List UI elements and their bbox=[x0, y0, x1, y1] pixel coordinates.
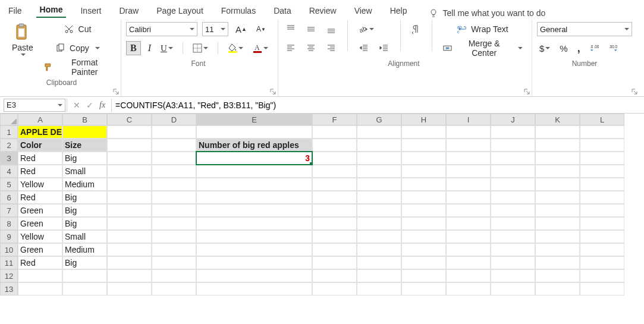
orientation-button[interactable]: ab bbox=[356, 23, 376, 36]
font-color-button[interactable]: A bbox=[250, 42, 271, 55]
row-header-5[interactable]: 5 bbox=[0, 178, 18, 191]
cell-C8[interactable] bbox=[107, 217, 152, 230]
accounting-format-button[interactable]: $ bbox=[537, 42, 552, 55]
select-all-corner[interactable] bbox=[0, 114, 18, 125]
cell-C13[interactable] bbox=[107, 282, 152, 295]
cell-K13[interactable] bbox=[535, 282, 580, 295]
cell-E5[interactable] bbox=[196, 178, 312, 191]
cell-H7[interactable] bbox=[401, 204, 446, 217]
col-header-A[interactable]: A bbox=[18, 114, 62, 125]
cell-B1[interactable] bbox=[62, 125, 107, 139]
cell-B13[interactable] bbox=[62, 282, 107, 295]
row-header-4[interactable]: 4 bbox=[0, 165, 18, 178]
cell-B9[interactable]: Small bbox=[62, 230, 107, 243]
cell-J4[interactable] bbox=[491, 165, 535, 178]
tab-view[interactable]: View bbox=[351, 2, 376, 18]
cell-C12[interactable] bbox=[107, 269, 152, 282]
cell-J1[interactable] bbox=[491, 125, 535, 139]
enter-formula-button[interactable]: ✓ bbox=[86, 100, 93, 110]
cell-H9[interactable] bbox=[401, 230, 446, 243]
cell-H11[interactable] bbox=[401, 256, 446, 269]
col-header-F[interactable]: F bbox=[312, 114, 357, 125]
cell-C6[interactable] bbox=[107, 191, 152, 204]
cell-B2[interactable]: Size bbox=[62, 139, 107, 152]
col-header-G[interactable]: G bbox=[357, 114, 401, 125]
cell-H4[interactable] bbox=[401, 165, 446, 178]
cell-F4[interactable] bbox=[312, 165, 357, 178]
cell-K8[interactable] bbox=[535, 217, 580, 230]
row-header-3[interactable]: 3 bbox=[0, 152, 18, 165]
cell-G11[interactable] bbox=[357, 256, 401, 269]
col-header-D[interactable]: D bbox=[152, 114, 196, 125]
cell-L3[interactable] bbox=[580, 152, 624, 165]
cell-E2[interactable]: Number of big red apples bbox=[196, 139, 312, 152]
cell-K11[interactable] bbox=[535, 256, 580, 269]
dialog-launcher-number[interactable] bbox=[630, 87, 639, 96]
cell-B8[interactable]: Big bbox=[62, 217, 107, 230]
cell-J7[interactable] bbox=[491, 204, 535, 217]
cell-E10[interactable] bbox=[196, 243, 312, 256]
cell-D12[interactable] bbox=[152, 269, 196, 282]
percent-format-button[interactable]: % bbox=[557, 42, 570, 55]
cell-H6[interactable] bbox=[401, 191, 446, 204]
cell-H2[interactable] bbox=[401, 139, 446, 152]
increase-indent-button[interactable] bbox=[376, 42, 392, 55]
dialog-launcher-alignment[interactable] bbox=[523, 87, 531, 96]
cell-F8[interactable] bbox=[312, 217, 357, 230]
decrease-indent-button[interactable] bbox=[356, 42, 372, 55]
cell-L10[interactable] bbox=[580, 243, 624, 256]
decrease-decimal-button[interactable]: .00.0 bbox=[607, 42, 621, 55]
cell-K5[interactable] bbox=[535, 178, 580, 191]
cell-L8[interactable] bbox=[580, 217, 624, 230]
row-header-11[interactable]: 11 bbox=[0, 256, 18, 269]
cell-D4[interactable] bbox=[152, 165, 196, 178]
increase-decimal-button[interactable]: .0.00 bbox=[588, 42, 602, 55]
cell-H12[interactable] bbox=[401, 269, 446, 282]
tab-help[interactable]: Help bbox=[387, 2, 411, 18]
format-painter-button[interactable]: Format Painter bbox=[42, 58, 114, 76]
cell-C10[interactable] bbox=[107, 243, 152, 256]
cell-I4[interactable] bbox=[446, 165, 491, 178]
tell-me-search[interactable]: Tell me what you want to do bbox=[429, 8, 546, 18]
cell-K1[interactable] bbox=[535, 125, 580, 139]
cell-K7[interactable] bbox=[535, 204, 580, 217]
cell-I8[interactable] bbox=[446, 217, 491, 230]
increase-font-button[interactable]: A▲ bbox=[233, 23, 249, 36]
cell-F11[interactable] bbox=[312, 256, 357, 269]
cell-J6[interactable] bbox=[491, 191, 535, 204]
cell-K4[interactable] bbox=[535, 165, 580, 178]
fx-button[interactable]: fx bbox=[99, 100, 105, 110]
cell-K10[interactable] bbox=[535, 243, 580, 256]
cell-L5[interactable] bbox=[580, 178, 624, 191]
cell-K3[interactable] bbox=[535, 152, 580, 165]
cell-A3[interactable]: Red bbox=[18, 152, 62, 165]
col-header-B[interactable]: B bbox=[62, 114, 107, 125]
cell-A10[interactable]: Green bbox=[18, 243, 62, 256]
tab-draw[interactable]: Draw bbox=[115, 2, 142, 18]
cell-A5[interactable]: Yellow bbox=[18, 178, 62, 191]
align-left-button[interactable] bbox=[283, 42, 299, 55]
tab-data[interactable]: Data bbox=[270, 2, 295, 18]
cut-button[interactable]: Cut bbox=[42, 20, 114, 38]
name-box[interactable]: E3 bbox=[4, 99, 65, 112]
col-header-L[interactable]: L bbox=[580, 114, 624, 125]
cell-D6[interactable] bbox=[152, 191, 196, 204]
cell-J13[interactable] bbox=[491, 282, 535, 295]
cell-L13[interactable] bbox=[580, 282, 624, 295]
cell-K2[interactable] bbox=[535, 139, 580, 152]
cell-G7[interactable] bbox=[357, 204, 401, 217]
col-header-J[interactable]: J bbox=[491, 114, 535, 125]
tab-insert[interactable]: Insert bbox=[77, 2, 105, 18]
cell-E3[interactable]: 3 bbox=[196, 152, 312, 165]
cell-A11[interactable]: Red bbox=[18, 256, 62, 269]
cell-B11[interactable]: Big bbox=[62, 256, 107, 269]
cell-E1[interactable] bbox=[196, 125, 312, 139]
cell-I1[interactable] bbox=[446, 125, 491, 139]
cell-K9[interactable] bbox=[535, 230, 580, 243]
row-header-8[interactable]: 8 bbox=[0, 217, 18, 230]
cell-I11[interactable] bbox=[446, 256, 491, 269]
cell-F7[interactable] bbox=[312, 204, 357, 217]
cell-C5[interactable] bbox=[107, 178, 152, 191]
cell-H3[interactable] bbox=[401, 152, 446, 165]
cell-I10[interactable] bbox=[446, 243, 491, 256]
